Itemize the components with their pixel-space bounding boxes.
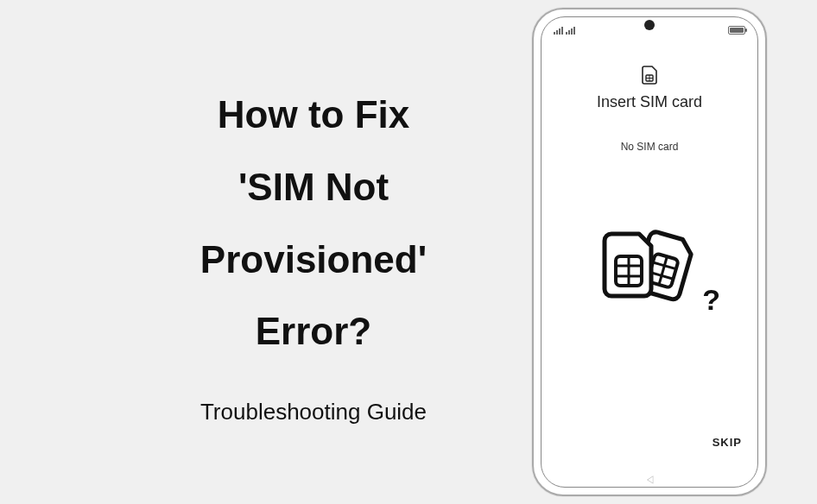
- headline-line-1: How to Fix: [121, 79, 506, 151]
- back-icon[interactable]: ◁: [646, 473, 652, 485]
- phone-frame: Insert SIM card No SIM card: [532, 8, 767, 496]
- android-nav-bar: ◁: [542, 471, 757, 487]
- sim-cards-illustration: ?: [598, 222, 701, 312]
- question-mark-icon: ?: [702, 283, 720, 317]
- headline-line-3: Error?: [121, 295, 506, 368]
- skip-button[interactable]: SKIP: [712, 436, 742, 449]
- sim-card-small-icon: [642, 66, 657, 88]
- headline-line-2: 'SIM Not Provisioned': [121, 151, 506, 295]
- screen-message: No SIM card: [621, 141, 679, 153]
- headline-block: How to Fix 'SIM Not Provisioned' Error? …: [0, 79, 532, 425]
- front-camera-icon: [644, 20, 655, 30]
- screen-content: Insert SIM card No SIM card: [542, 40, 757, 471]
- phone-mockup: Insert SIM card No SIM card: [532, 8, 782, 496]
- signal-icon: [554, 27, 563, 35]
- signal-icon: [566, 27, 575, 35]
- phone-screen: Insert SIM card No SIM card: [541, 16, 758, 488]
- battery-icon: [728, 26, 745, 35]
- screen-title: Insert SIM card: [597, 93, 702, 111]
- subtitle: Troubleshooting Guide: [121, 399, 506, 425]
- headline: How to Fix 'SIM Not Provisioned' Error?: [121, 79, 506, 367]
- status-left: [554, 27, 575, 35]
